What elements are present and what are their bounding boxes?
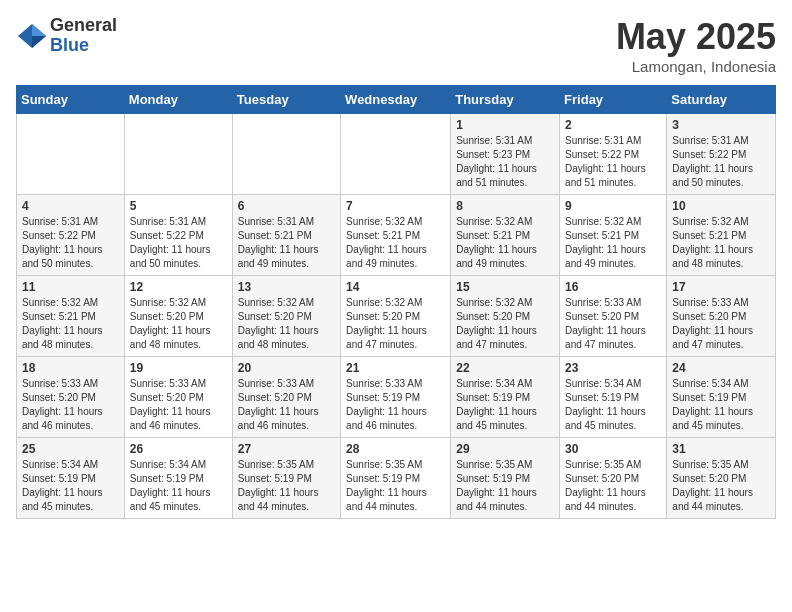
day-number: 8 [456,199,554,213]
calendar-cell: 12Sunrise: 5:32 AM Sunset: 5:20 PM Dayli… [124,276,232,357]
calendar-cell: 4Sunrise: 5:31 AM Sunset: 5:22 PM Daylig… [17,195,125,276]
day-info: Sunrise: 5:33 AM Sunset: 5:20 PM Dayligh… [238,377,335,433]
calendar-cell: 17Sunrise: 5:33 AM Sunset: 5:20 PM Dayli… [667,276,776,357]
logo-blue: Blue [50,36,117,56]
day-info: Sunrise: 5:32 AM Sunset: 5:21 PM Dayligh… [22,296,119,352]
day-number: 24 [672,361,770,375]
day-info: Sunrise: 5:35 AM Sunset: 5:20 PM Dayligh… [672,458,770,514]
calendar-cell [17,114,125,195]
calendar-cell: 1Sunrise: 5:31 AM Sunset: 5:23 PM Daylig… [451,114,560,195]
location-subtitle: Lamongan, Indonesia [616,58,776,75]
day-number: 20 [238,361,335,375]
day-info: Sunrise: 5:35 AM Sunset: 5:19 PM Dayligh… [346,458,445,514]
calendar-cell: 13Sunrise: 5:32 AM Sunset: 5:20 PM Dayli… [232,276,340,357]
calendar-week-row: 4Sunrise: 5:31 AM Sunset: 5:22 PM Daylig… [17,195,776,276]
day-info: Sunrise: 5:32 AM Sunset: 5:21 PM Dayligh… [565,215,661,271]
day-number: 16 [565,280,661,294]
logo-icon [16,22,48,50]
calendar-cell: 30Sunrise: 5:35 AM Sunset: 5:20 PM Dayli… [560,438,667,519]
day-info: Sunrise: 5:32 AM Sunset: 5:21 PM Dayligh… [346,215,445,271]
svg-marker-1 [32,24,46,36]
day-info: Sunrise: 5:34 AM Sunset: 5:19 PM Dayligh… [672,377,770,433]
day-number: 27 [238,442,335,456]
day-info: Sunrise: 5:34 AM Sunset: 5:19 PM Dayligh… [22,458,119,514]
calendar-table: SundayMondayTuesdayWednesdayThursdayFrid… [16,85,776,519]
title-area: May 2025 Lamongan, Indonesia [616,16,776,75]
calendar-cell: 2Sunrise: 5:31 AM Sunset: 5:22 PM Daylig… [560,114,667,195]
day-info: Sunrise: 5:35 AM Sunset: 5:19 PM Dayligh… [238,458,335,514]
day-info: Sunrise: 5:32 AM Sunset: 5:21 PM Dayligh… [456,215,554,271]
day-info: Sunrise: 5:33 AM Sunset: 5:20 PM Dayligh… [22,377,119,433]
day-info: Sunrise: 5:34 AM Sunset: 5:19 PM Dayligh… [130,458,227,514]
calendar-cell: 6Sunrise: 5:31 AM Sunset: 5:21 PM Daylig… [232,195,340,276]
calendar-cell: 21Sunrise: 5:33 AM Sunset: 5:19 PM Dayli… [341,357,451,438]
day-info: Sunrise: 5:34 AM Sunset: 5:19 PM Dayligh… [565,377,661,433]
day-number: 28 [346,442,445,456]
day-info: Sunrise: 5:35 AM Sunset: 5:19 PM Dayligh… [456,458,554,514]
page-header: General Blue May 2025 Lamongan, Indonesi… [16,16,776,75]
day-number: 30 [565,442,661,456]
day-info: Sunrise: 5:31 AM Sunset: 5:22 PM Dayligh… [22,215,119,271]
calendar-cell: 5Sunrise: 5:31 AM Sunset: 5:22 PM Daylig… [124,195,232,276]
calendar-cell: 19Sunrise: 5:33 AM Sunset: 5:20 PM Dayli… [124,357,232,438]
weekday-header: Wednesday [341,86,451,114]
calendar-cell: 10Sunrise: 5:32 AM Sunset: 5:21 PM Dayli… [667,195,776,276]
day-info: Sunrise: 5:34 AM Sunset: 5:19 PM Dayligh… [456,377,554,433]
day-number: 31 [672,442,770,456]
calendar-cell: 8Sunrise: 5:32 AM Sunset: 5:21 PM Daylig… [451,195,560,276]
calendar-cell: 11Sunrise: 5:32 AM Sunset: 5:21 PM Dayli… [17,276,125,357]
day-info: Sunrise: 5:33 AM Sunset: 5:19 PM Dayligh… [346,377,445,433]
day-number: 1 [456,118,554,132]
day-info: Sunrise: 5:31 AM Sunset: 5:22 PM Dayligh… [130,215,227,271]
day-number: 3 [672,118,770,132]
calendar-cell: 26Sunrise: 5:34 AM Sunset: 5:19 PM Dayli… [124,438,232,519]
calendar-week-row: 25Sunrise: 5:34 AM Sunset: 5:19 PM Dayli… [17,438,776,519]
calendar-cell: 27Sunrise: 5:35 AM Sunset: 5:19 PM Dayli… [232,438,340,519]
calendar-cell: 20Sunrise: 5:33 AM Sunset: 5:20 PM Dayli… [232,357,340,438]
weekday-header: Tuesday [232,86,340,114]
weekday-header: Monday [124,86,232,114]
day-number: 13 [238,280,335,294]
day-number: 29 [456,442,554,456]
day-number: 14 [346,280,445,294]
calendar-cell [341,114,451,195]
logo-text: General Blue [50,16,117,56]
calendar-cell: 31Sunrise: 5:35 AM Sunset: 5:20 PM Dayli… [667,438,776,519]
day-number: 15 [456,280,554,294]
weekday-header: Friday [560,86,667,114]
calendar-cell: 15Sunrise: 5:32 AM Sunset: 5:20 PM Dayli… [451,276,560,357]
month-title: May 2025 [616,16,776,58]
logo: General Blue [16,16,117,56]
day-info: Sunrise: 5:32 AM Sunset: 5:20 PM Dayligh… [346,296,445,352]
day-info: Sunrise: 5:32 AM Sunset: 5:20 PM Dayligh… [456,296,554,352]
calendar-cell: 24Sunrise: 5:34 AM Sunset: 5:19 PM Dayli… [667,357,776,438]
calendar-cell: 3Sunrise: 5:31 AM Sunset: 5:22 PM Daylig… [667,114,776,195]
day-info: Sunrise: 5:33 AM Sunset: 5:20 PM Dayligh… [672,296,770,352]
day-info: Sunrise: 5:32 AM Sunset: 5:21 PM Dayligh… [672,215,770,271]
calendar-week-row: 1Sunrise: 5:31 AM Sunset: 5:23 PM Daylig… [17,114,776,195]
calendar-cell: 16Sunrise: 5:33 AM Sunset: 5:20 PM Dayli… [560,276,667,357]
day-number: 2 [565,118,661,132]
calendar-cell [232,114,340,195]
calendar-cell: 23Sunrise: 5:34 AM Sunset: 5:19 PM Dayli… [560,357,667,438]
weekday-header: Saturday [667,86,776,114]
svg-marker-2 [32,36,46,48]
day-number: 7 [346,199,445,213]
calendar-cell: 9Sunrise: 5:32 AM Sunset: 5:21 PM Daylig… [560,195,667,276]
day-number: 5 [130,199,227,213]
weekday-header: Sunday [17,86,125,114]
day-number: 6 [238,199,335,213]
weekday-header: Thursday [451,86,560,114]
day-info: Sunrise: 5:33 AM Sunset: 5:20 PM Dayligh… [130,377,227,433]
calendar-cell: 7Sunrise: 5:32 AM Sunset: 5:21 PM Daylig… [341,195,451,276]
day-number: 23 [565,361,661,375]
day-info: Sunrise: 5:31 AM Sunset: 5:21 PM Dayligh… [238,215,335,271]
day-info: Sunrise: 5:32 AM Sunset: 5:20 PM Dayligh… [238,296,335,352]
day-number: 21 [346,361,445,375]
logo-general: General [50,16,117,36]
day-info: Sunrise: 5:33 AM Sunset: 5:20 PM Dayligh… [565,296,661,352]
day-number: 11 [22,280,119,294]
weekday-row: SundayMondayTuesdayWednesdayThursdayFrid… [17,86,776,114]
day-info: Sunrise: 5:32 AM Sunset: 5:20 PM Dayligh… [130,296,227,352]
day-number: 17 [672,280,770,294]
